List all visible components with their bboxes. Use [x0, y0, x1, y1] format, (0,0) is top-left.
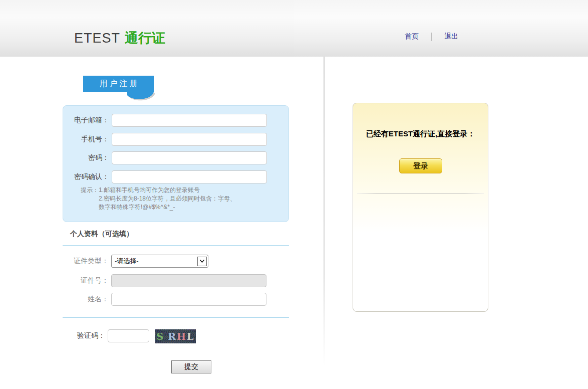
mobile-label: 手机号：: [63, 135, 109, 144]
nav-home-link[interactable]: 首页: [405, 32, 419, 41]
email-label: 电子邮箱：: [63, 116, 109, 125]
mobile-field[interactable]: [112, 133, 267, 146]
name-field[interactable]: [111, 293, 266, 306]
name-row: 姓名：: [63, 293, 266, 306]
id-type-row: 证件类型： -请选择-: [63, 255, 208, 268]
logo-text-etest: ETEST: [74, 31, 120, 46]
captcha-letter: L: [187, 331, 194, 342]
password-confirm-row: 密码确认：: [63, 170, 267, 183]
id-type-label: 证件类型：: [63, 257, 109, 266]
id-number-row: 证件号：: [63, 274, 266, 287]
name-label: 姓名：: [63, 295, 109, 304]
section-divider-bottom: [63, 317, 289, 318]
logo-text-pass: 通行证: [125, 31, 165, 46]
header-nav: 首页 退出: [405, 32, 458, 41]
tab-user-register: 用户注册: [83, 76, 154, 92]
captcha-letter: R: [168, 331, 177, 342]
mobile-row: 手机号：: [63, 133, 267, 146]
login-button[interactable]: 登录: [399, 158, 442, 173]
section-divider-top: [63, 245, 289, 246]
site-logo: ETEST通行证: [74, 29, 165, 47]
tip-line-3: 数字和特殊字符!@#$%^&*_-: [99, 203, 236, 212]
id-type-select[interactable]: -请选择-: [111, 255, 208, 268]
tips-prefix: 提示：: [81, 186, 99, 212]
captcha-row: 验证码：: [63, 329, 149, 342]
password-row: 密码：: [63, 151, 267, 164]
captcha-label: 验证码：: [63, 331, 105, 340]
login-panel-message: 已经有ETEST通行证,直接登录：: [353, 129, 488, 139]
submit-button[interactable]: 提交: [171, 360, 211, 373]
captcha-input[interactable]: [108, 329, 149, 342]
column-divider: [324, 57, 325, 366]
password-label: 密码：: [63, 153, 109, 162]
password-confirm-label: 密码确认：: [63, 172, 109, 181]
tip-line-2: 2.密码长度为8-18位字符，且必须同时包含：字母、: [99, 194, 236, 203]
password-tips: 提示： 1.邮箱和手机号均可作为您的登录账号 2.密码长度为8-18位字符，且必…: [81, 186, 236, 212]
email-field[interactable]: [112, 114, 267, 127]
password-confirm-field[interactable]: [112, 170, 267, 183]
chevron-down-icon[interactable]: [197, 257, 207, 266]
captcha-image[interactable]: SRHL: [155, 329, 196, 343]
tips-lines: 1.邮箱和手机号均可作为您的登录账号 2.密码长度为8-18位字符，且必须同时包…: [99, 186, 236, 212]
password-field[interactable]: [112, 151, 267, 164]
id-number-field: [111, 274, 266, 287]
login-panel: 已经有ETEST通行证,直接登录： 登录: [353, 103, 488, 312]
nav-logout-link[interactable]: 退出: [444, 32, 458, 41]
page-header: ETEST通行证 首页 退出: [0, 0, 588, 57]
login-panel-divider: [357, 193, 484, 193]
id-type-selected-value: -请选择-: [112, 257, 197, 266]
nav-divider: [431, 33, 432, 41]
account-form-box: 电子邮箱： 手机号： 密码： 密码确认： 提示： 1.邮箱和手机号均可作为您的登…: [63, 105, 289, 222]
captcha-letter: S: [157, 331, 165, 342]
id-number-label: 证件号：: [63, 276, 109, 285]
captcha-letter: H: [177, 331, 187, 342]
profile-section-heading: 个人资料（可选填）: [70, 230, 133, 239]
tip-line-1: 1.邮箱和手机号均可作为您的登录账号: [99, 186, 236, 194]
tab-tail-decoration: [125, 92, 158, 104]
email-row: 电子邮箱：: [63, 114, 267, 127]
